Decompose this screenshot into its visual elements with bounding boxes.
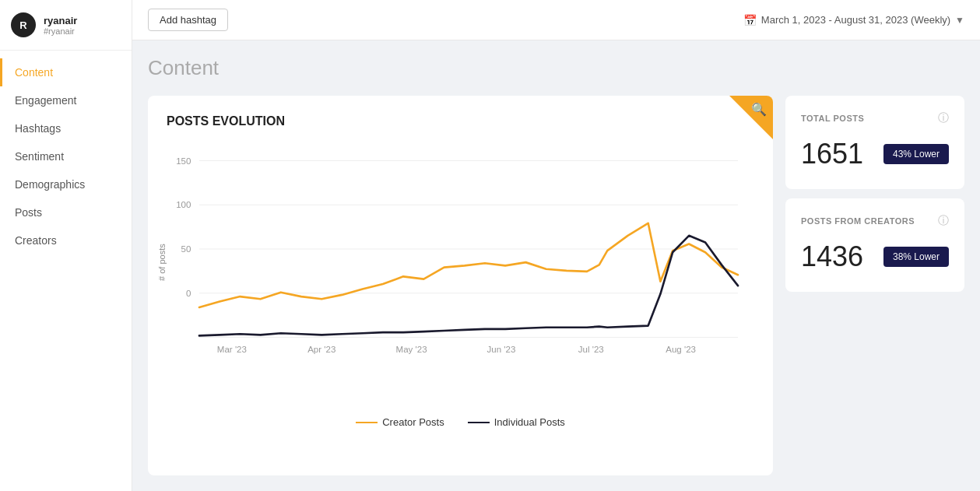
nav-menu: Content Engagement Hashtags Sentiment De… [0, 51, 132, 491]
svg-text:150: 150 [176, 156, 191, 166]
user-name: ryanair [44, 15, 77, 26]
info-icon[interactable]: ⓘ [938, 111, 949, 125]
sidebar: R ryanair #ryanair Content Engagement Ha… [0, 0, 132, 491]
sidebar-item-creators[interactable]: Creators [0, 226, 132, 254]
chart-legend: Creator Posts Individual Posts [167, 416, 754, 428]
legend-individual-posts-line [468, 422, 490, 423]
sidebar-item-posts[interactable]: Posts [0, 198, 132, 226]
svg-text:Mar '23: Mar '23 [217, 344, 247, 354]
posts-evolution-card: 🔍 POSTS EVOLUTION # of posts 150 100 [148, 96, 773, 475]
content-body: 🔍 POSTS EVOLUTION # of posts 150 100 [148, 96, 964, 475]
svg-text:Apr '23: Apr '23 [307, 344, 335, 354]
date-range-selector[interactable]: 📅 March 1, 2023 - August 31, 2023 (Weekl… [743, 14, 964, 26]
calendar-icon: 📅 [743, 14, 757, 26]
page-title: Content [148, 56, 964, 80]
svg-text:Aug '23: Aug '23 [666, 344, 696, 354]
sidebar-item-sentiment[interactable]: Sentiment [0, 142, 132, 170]
legend-individual-posts: Individual Posts [468, 416, 565, 428]
svg-text:Jul '23: Jul '23 [578, 344, 604, 354]
total-posts-header: TOTAL POSTS ⓘ [801, 111, 949, 125]
sidebar-item-demographics[interactable]: Demographics [0, 170, 132, 198]
svg-text:May '23: May '23 [396, 344, 427, 354]
search-icon: 🔍 [751, 102, 767, 117]
posts-from-creators-label: POSTS FROM CREATORS [801, 216, 915, 226]
legend-creator-posts: Creator Posts [356, 416, 444, 428]
posts-from-creators-badge: 38% Lower [883, 247, 949, 267]
sidebar-item-hashtags[interactable]: Hashtags [0, 114, 132, 142]
sidebar-item-content[interactable]: Content [0, 58, 132, 86]
chart-container: # of posts 150 100 50 0 [167, 144, 754, 409]
main-content: Add hashtag 📅 March 1, 2023 - August 31,… [132, 0, 980, 491]
posts-from-creators-value: 1436 [801, 240, 863, 273]
chart-title: POSTS EVOLUTION [167, 114, 754, 128]
chevron-down-icon: ▼ [955, 15, 964, 26]
legend-creator-posts-line [356, 422, 378, 423]
legend-individual-posts-label: Individual Posts [494, 416, 565, 428]
posts-from-creators-value-row: 1436 38% Lower [801, 240, 949, 273]
total-posts-badge: 43% Lower [883, 144, 949, 164]
avatar: R [11, 12, 36, 37]
y-axis-label: # of posts [157, 244, 167, 281]
total-posts-value: 1651 [801, 138, 863, 170]
date-range-label: March 1, 2023 - August 31, 2023 (Weekly) [761, 14, 950, 26]
svg-text:50: 50 [181, 244, 191, 254]
total-posts-card: TOTAL POSTS ⓘ 1651 43% Lower [785, 96, 964, 189]
legend-creator-posts-label: Creator Posts [382, 416, 444, 428]
posts-from-creators-card: POSTS FROM CREATORS ⓘ 1436 38% Lower [785, 198, 964, 292]
stats-panel: TOTAL POSTS ⓘ 1651 43% Lower POSTS FROM … [785, 96, 964, 475]
add-hashtag-button[interactable]: Add hashtag [148, 9, 228, 31]
info-icon-creators[interactable]: ⓘ [938, 214, 949, 228]
total-posts-value-row: 1651 43% Lower [801, 138, 949, 170]
topbar: Add hashtag 📅 March 1, 2023 - August 31,… [132, 0, 980, 40]
sidebar-header: R ryanair #ryanair [0, 0, 132, 51]
svg-text:0: 0 [186, 288, 191, 298]
svg-text:100: 100 [176, 199, 191, 209]
chart-svg: 150 100 50 0 Mar '23 Apr '23 May '23 Jun… [167, 144, 754, 377]
content-area: Content 🔍 POSTS EVOLUTION # of posts [132, 40, 980, 491]
user-handle: #ryanair [44, 26, 77, 36]
svg-text:Jun '23: Jun '23 [487, 344, 516, 354]
total-posts-label: TOTAL POSTS [801, 114, 864, 123]
sidebar-item-engagement[interactable]: Engagement [0, 86, 132, 114]
user-info: ryanair #ryanair [44, 15, 77, 36]
posts-from-creators-header: POSTS FROM CREATORS ⓘ [801, 214, 949, 228]
